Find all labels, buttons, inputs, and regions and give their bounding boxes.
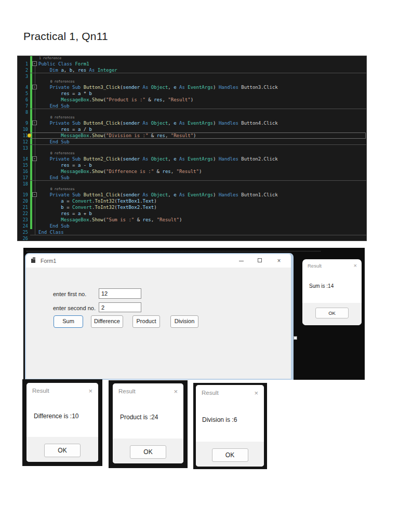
line-number: 24: [18, 223, 30, 229]
line-number: 5: [18, 90, 30, 97]
line-number: 6: [18, 97, 30, 103]
difference-button[interactable]: Difference: [91, 315, 123, 328]
line-number: 17: [18, 175, 30, 181]
code-line: 17 End Sub: [18, 175, 366, 181]
close-icon[interactable]: ×: [88, 387, 92, 395]
sum-button[interactable]: Sum: [54, 315, 83, 328]
ok-button[interactable]: OK: [212, 448, 248, 462]
code-line: 10 res = a / b: [18, 126, 366, 132]
code-line: 8: [18, 109, 366, 115]
second-number-label: enter second no.: [53, 305, 96, 311]
form-body: enter first no. enter second no. Sum Dif…: [26, 268, 291, 379]
dialog-frame: Result × Division is :6 OK: [193, 383, 267, 469]
close-icon[interactable]: ×: [254, 389, 258, 397]
dialog-title: Result: [32, 388, 49, 394]
dialog-message: Division is :6: [202, 416, 237, 423]
line-number: 21: [18, 204, 30, 210]
second-number-input[interactable]: [99, 302, 141, 312]
designer-screenshot: Form1 × enter first no. enter second no.…: [23, 248, 365, 380]
reference-annotation[interactable]: 0 references: [18, 115, 366, 120]
fold-collapse-icon[interactable]: -: [32, 156, 37, 161]
line-number: 12: [18, 139, 30, 145]
lightbulb-icon[interactable]: [28, 134, 31, 137]
resize-handle[interactable]: [294, 336, 297, 340]
code-line: 6 MessageBox.Show("Product is :" & res, …: [18, 97, 366, 103]
line-number: 22: [18, 210, 30, 217]
code-line: 23 MessageBox.Show("Sum is :" & res, "Re…: [18, 217, 366, 223]
line-number: 26: [18, 235, 30, 241]
line-number: 23: [18, 217, 30, 223]
fold-collapse-icon[interactable]: -: [32, 121, 37, 125]
result-dialog-product: Result × Product is :24 OK: [113, 383, 183, 463]
fold-collapse-icon[interactable]: -: [32, 61, 37, 66]
fold-collapse-icon[interactable]: -: [32, 192, 37, 197]
dialog-title: Result: [308, 263, 322, 269]
line-number: 18: [18, 181, 30, 187]
line-number: 14: [18, 156, 30, 162]
dialog-footer: OK: [302, 303, 362, 325]
ok-button[interactable]: OK: [44, 444, 81, 457]
code-line: 21 b = Convert.ToInt32(TextBox2.Text): [18, 204, 366, 210]
code-line: 14- Private Sub Button2_Click(sender As …: [18, 156, 366, 162]
line-number: 15: [18, 162, 30, 168]
code-line: 24 End Sub: [18, 223, 366, 229]
line-number: 16: [18, 168, 30, 175]
close-button[interactable]: ×: [275, 254, 283, 268]
line-number: 3: [18, 73, 30, 79]
line-number: 4: [18, 84, 30, 90]
ok-button[interactable]: OK: [315, 308, 349, 318]
document-page: Practical 1, Qn11 1 reference1-Public Cl…: [0, 0, 399, 532]
product-button[interactable]: Product: [132, 315, 160, 328]
first-number-label: enter first no.: [53, 291, 86, 297]
code-line: 12 End Sub: [18, 139, 366, 145]
dialog-message: Difference is :10: [34, 413, 79, 420]
result-dialog-division: Result × Division is :6 OK: [196, 385, 264, 467]
maximize-button[interactable]: [257, 254, 264, 268]
line-number: 20: [18, 198, 30, 204]
dialog-frame: Result × Product is :24 OK: [109, 380, 188, 468]
selection-dashed-border: [26, 251, 321, 251]
code-editor[interactable]: 1 reference1-Public Class Form12 Dim a, …: [17, 56, 367, 241]
code-line: 16 MessageBox.Show("Difference is :" & r…: [18, 168, 366, 175]
dialog-frame: Result × Difference is :10 OK: [22, 379, 102, 466]
reference-annotation[interactable]: 0 references: [18, 79, 366, 84]
code-line: 15 res = a - b: [18, 162, 366, 168]
code-line: 20 a = Convert.ToInt32(TextBox1.Text): [18, 198, 366, 204]
fold-collapse-icon[interactable]: -: [32, 85, 37, 89]
form-window-icon: [31, 259, 35, 263]
code-line: 11 MessageBox.Show("Division is :" & res…: [18, 132, 366, 139]
page-title: Practical 1, Qn11: [23, 30, 108, 43]
close-icon[interactable]: ×: [174, 388, 178, 395]
reference-annotation[interactable]: 0 references: [18, 151, 366, 156]
dialog-footer: OK: [196, 442, 264, 467]
minimize-icon: [239, 261, 244, 261]
code-line: 18: [18, 181, 366, 187]
minimize-button[interactable]: [238, 254, 245, 268]
dialog-title: Result: [202, 390, 219, 396]
code-line: 13: [18, 145, 366, 151]
maximize-icon: [258, 258, 262, 262]
dialog-footer: OK: [26, 437, 98, 462]
ok-button[interactable]: OK: [130, 445, 166, 459]
dialog-message: Product is :24: [120, 414, 158, 421]
code-line: 9- Private Sub Button4_Click(sender As O…: [18, 120, 366, 126]
line-number: 9: [18, 120, 30, 126]
code-line: 26: [18, 235, 366, 241]
form-title: Form1: [41, 254, 56, 268]
code-line: 2 Dim a, b, res As Integer: [18, 67, 366, 73]
first-number-input[interactable]: [99, 288, 141, 299]
division-button[interactable]: Division: [170, 315, 198, 328]
line-number: 2: [18, 67, 30, 73]
result-dialog-difference: Result × Difference is :10 OK: [26, 383, 98, 462]
dialog-footer: OK: [113, 438, 183, 463]
close-icon: ×: [277, 257, 281, 264]
reference-annotation[interactable]: 0 references: [18, 187, 366, 192]
reference-annotation[interactable]: 1 reference: [18, 56, 366, 61]
code-line: 7 End Sub: [18, 103, 366, 109]
code-line: 1-Public Class Form1: [18, 61, 366, 67]
form-titlebar[interactable]: Form1 ×: [26, 254, 291, 268]
dialog-title: Result: [118, 388, 136, 394]
code-line: 25End Class: [18, 229, 366, 235]
code-line: 22 res = a + b: [18, 210, 366, 217]
close-icon[interactable]: ×: [354, 262, 357, 269]
